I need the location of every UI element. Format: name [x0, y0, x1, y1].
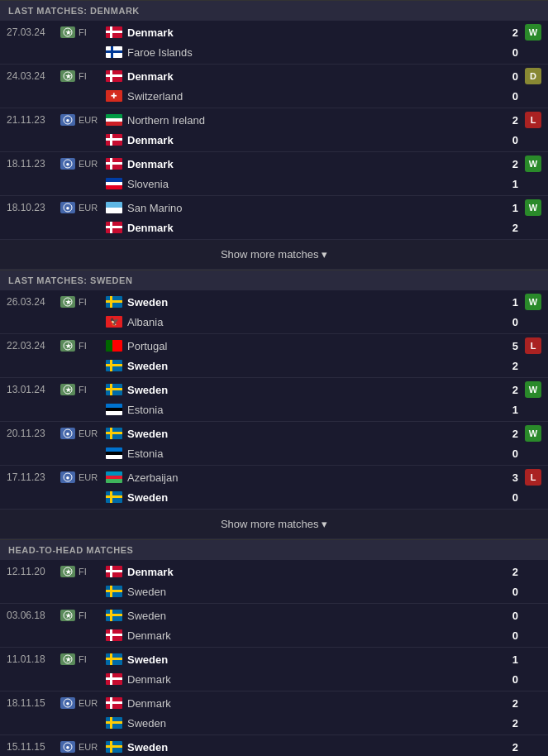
score-bottom: 0 [504, 90, 525, 103]
score-bottom: 0 [504, 316, 525, 328]
svg-text:★: ★ [65, 73, 72, 80]
score-bottom: 0 [504, 673, 525, 686]
svg-text:●: ● [66, 117, 70, 124]
svg-text:●: ● [66, 700, 70, 707]
match-row-top: 27.03.24★FIDenmark2W [0, 21, 548, 42]
match-row-top: 20.11.23●EURSweden2W [0, 422, 548, 443]
match-date: 03.06.18 [7, 610, 60, 621]
match-date: 13.01.24 [7, 384, 60, 395]
score-top: 2 [504, 158, 525, 170]
match-date: 18.11.15 [7, 697, 60, 709]
competition-cell: ●EUR [60, 741, 106, 753]
competition-cell: ●EUR [60, 697, 106, 709]
team-name-bottom: Denmark [127, 222, 174, 234]
match-date: 12.11.20 [7, 566, 60, 577]
match-row-top: 18.10.23●EURSan Marino1W [0, 196, 548, 218]
competition-label: EUR [79, 203, 98, 213]
team-name-bottom: Denmark [127, 629, 171, 642]
competition-cell: ●EUR [60, 158, 106, 170]
team-cell-bottom: Sweden [106, 360, 504, 372]
team-name-bottom: Faroe Islands [127, 46, 193, 59]
team-cell-bottom: Denmark [106, 629, 504, 642]
competition-icon: ★ [60, 610, 75, 621]
match-row-top: 03.06.18★FISweden0 [0, 604, 548, 625]
team-cell-top: Sweden [106, 653, 504, 666]
score-top: 2 [504, 114, 525, 127]
competition-icon: ● [60, 741, 75, 753]
team-name-top: Sweden [127, 653, 168, 666]
match-row-bottom: Denmark2 [0, 218, 548, 239]
competition-label: EUR [79, 472, 98, 482]
show-more-sweden[interactable]: Show more matches ▾ [0, 510, 548, 539]
competition-label: EUR [79, 742, 98, 752]
team-name-bottom: Estonia [127, 447, 163, 460]
match-pair: 03.06.18★FISweden0Denmark0 [0, 604, 548, 648]
team-name-top: Denmark [127, 697, 171, 710]
match-row-bottom: Slovenia1 [0, 174, 548, 195]
svg-text:★: ★ [65, 568, 72, 576]
score-top: 0 [504, 70, 525, 83]
match-row-top: 26.03.24★FISweden1W [0, 290, 548, 312]
team-cell-bottom: Faroe Islands [106, 46, 504, 59]
result-badge: W [525, 24, 541, 41]
team-name-bottom: Switzerland [127, 90, 183, 103]
team-cell-bottom: Sweden [106, 717, 504, 730]
competition-cell: ●EUR [60, 471, 106, 483]
score-top: 2 [504, 384, 525, 396]
team-name-top: Denmark [127, 70, 174, 83]
result-badge-empty [525, 607, 541, 624]
match-date: 18.11.23 [7, 158, 60, 170]
score-top: 0 [504, 610, 525, 622]
team-cell-top: Denmark [106, 70, 504, 83]
score-bottom: 2 [504, 360, 525, 372]
score-top: 3 [504, 471, 525, 484]
team-cell-top: Sweden [106, 296, 504, 309]
match-pair: 11.01.18★FISweden1Denmark0 [0, 648, 548, 691]
team-name-top: Denmark [127, 566, 174, 578]
show-more-denmark[interactable]: Show more matches ▾ [0, 240, 548, 270]
competition-label: FI [79, 27, 87, 37]
result-badge-empty [525, 563, 541, 580]
team-cell-top: Denmark [106, 566, 504, 578]
match-row-top: 12.11.20★FIDenmark2 [0, 560, 548, 581]
competition-cell: ★FI [60, 566, 106, 577]
team-name-top: Denmark [127, 26, 174, 39]
svg-text:●: ● [66, 430, 70, 438]
competition-cell: ★FI [60, 70, 106, 82]
match-pair: 15.11.15●EURSweden2Denmark1 [0, 735, 548, 756]
competition-icon: ★ [60, 653, 75, 665]
match-row-bottom: Denmark0 [0, 669, 548, 691]
match-pair: 17.11.23●EURAzerbaijan3LSweden0 [0, 466, 548, 510]
svg-text:★: ★ [65, 29, 72, 36]
team-cell-bottom: Estonia [106, 404, 504, 416]
score-top: 2 [504, 697, 525, 710]
svg-text:●: ● [66, 474, 70, 481]
team-name-top: Sweden [127, 384, 168, 396]
match-row-bottom: Switzerland0 [0, 86, 548, 108]
match-pair: 21.11.23●EURNorthern Ireland2LDenmark0 [0, 108, 548, 152]
match-pair: 20.11.23●EURSweden2WEstonia0 [0, 422, 548, 466]
match-row-bottom: Sweden0 [0, 581, 548, 603]
team-cell-bottom: Denmark [106, 222, 504, 234]
competition-icon: ● [60, 697, 75, 709]
team-cell-top: Denmark [106, 158, 504, 170]
match-date: 15.11.15 [7, 741, 60, 753]
competition-label: FI [79, 610, 87, 620]
section-header-h2h: HEAD-TO-HEAD MATCHES [0, 539, 548, 560]
competition-cell: ●EUR [60, 114, 106, 126]
competition-icon: ★ [60, 70, 75, 82]
match-row-bottom: Estonia1 [0, 400, 548, 421]
result-badge-empty [525, 695, 541, 711]
svg-text:★: ★ [65, 612, 72, 620]
competition-label: EUR [79, 428, 98, 438]
match-pair: 24.03.24★FIDenmark0DSwitzerland0 [0, 65, 548, 108]
svg-text:★: ★ [65, 299, 72, 306]
team-name-top: Denmark [127, 158, 174, 170]
match-pair: 22.03.24★FIPortugal5LSweden2 [0, 334, 548, 378]
score-bottom: 0 [504, 491, 525, 504]
team-cell-top: Sweden [106, 741, 504, 754]
team-name-top: Azerbaijan [127, 471, 178, 484]
match-pair: 12.11.20★FIDenmark2Sweden0 [0, 560, 548, 604]
team-cell-top: Denmark [106, 697, 504, 710]
competition-icon: ● [60, 202, 75, 213]
